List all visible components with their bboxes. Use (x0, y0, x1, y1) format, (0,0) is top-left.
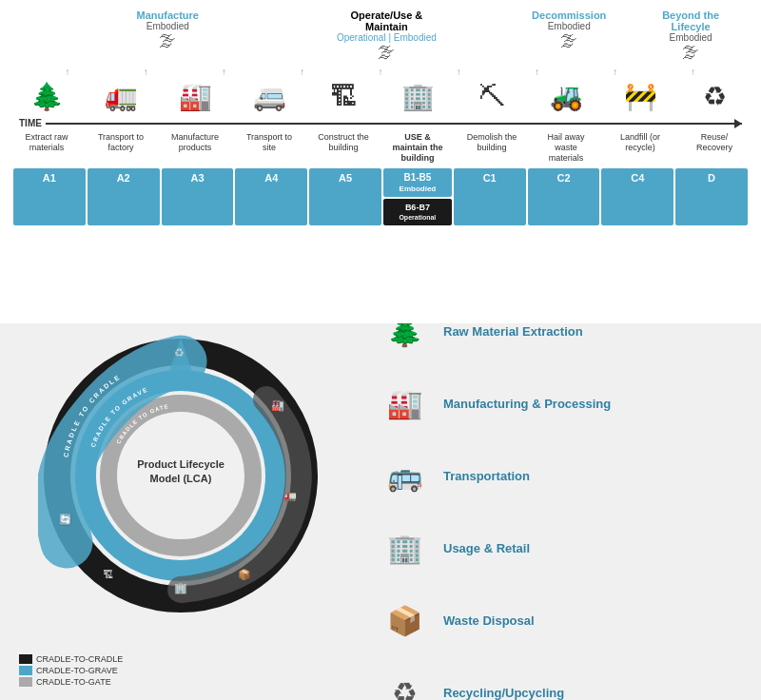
icon-truck: 🚛 (84, 81, 158, 112)
legend-label-c2g: CRADLE-TO-GRAVE (36, 666, 118, 675)
icon-bulldozer: 🚧 (603, 81, 677, 112)
phase-labels-row: Extract rawmaterials Transport tofactory… (10, 130, 751, 165)
usage-icon: 🏢 (380, 527, 428, 569)
transportation-icon: 🚌 (380, 455, 428, 496)
lca-diagram: CRADLE TO CRADLE CRADLE TO GRAVE CRADLE … (38, 333, 323, 618)
lca-legend: CRADLE-TO-CRADLE CRADLE-TO-GRAVE CRADLE-… (19, 654, 123, 689)
phase-icons-row: 🌲 🚛 🏭 🚐 🏗 🏢 ⛏ 🚜 🚧 ♻ (10, 77, 751, 116)
icon-dump: 🚜 (529, 81, 603, 112)
waste-icon: 📦 (380, 599, 428, 641)
stage-d: D (675, 168, 748, 225)
right-legend: 🌲 Raw Material Extraction 🏭 Manufacturin… (361, 333, 751, 690)
entry-transportation: 🚌 Transportation (380, 455, 742, 496)
co2-operate: Operate/Use &Maintain Operational | Embo… (325, 10, 447, 63)
co2-empty-2 (228, 10, 325, 63)
label-c2: Hail awaywastematerials (529, 132, 603, 163)
legend-black-box (19, 654, 32, 664)
svg-text:Model (LCA): Model (LCA) (150, 473, 212, 484)
usage-label: Usage & Retail (443, 541, 530, 555)
co2-manufacture: Manufacture Embodied 🌫 (107, 10, 228, 63)
icon-excavator: ⛏ (455, 81, 529, 112)
label-a1: Extract rawmaterials (10, 132, 84, 163)
svg-text:📦: 📦 (238, 568, 251, 581)
stage-a5: A5 (309, 168, 381, 225)
icon-recycle: ♻ (677, 81, 751, 112)
stage-a3: A3 (162, 168, 234, 225)
icon-tree: 🌲 (10, 81, 84, 112)
svg-text:Product Lifecycle: Product Lifecycle (137, 458, 224, 470)
svg-text:🔄: 🔄 (59, 513, 72, 526)
svg-text:🏭: 🏭 (271, 399, 284, 412)
transportation-label: Transportation (443, 469, 530, 483)
stages-row: A1 A2 A3 A4 A5 B1-B5Embodied B6-B7Operat… (10, 165, 751, 229)
stage-a4: A4 (235, 168, 307, 225)
svg-text:🏢: 🏢 (174, 581, 187, 594)
entry-usage: 🏢 Usage & Retail (380, 527, 742, 569)
icon-transport: 🚐 (232, 81, 306, 112)
legend-label-c2c: CRADLE-TO-CRADLE (36, 654, 123, 664)
co2-empty-1 (10, 10, 107, 63)
svg-text:🏗: 🏗 (103, 569, 113, 580)
time-line (46, 123, 742, 125)
label-a2: Transport tofactory (84, 132, 158, 163)
stage-c4: C4 (601, 168, 673, 225)
label-c4: Landfill (orrecycle) (603, 132, 677, 163)
stage-a2: A2 (88, 168, 160, 225)
legend-gray-box (19, 677, 32, 687)
arrows-row: ↑↑↑↑↑↑↑↑↑ (10, 67, 751, 77)
bottom-section: CRADLE TO CRADLE CRADLE TO GRAVE CRADLE … (0, 323, 761, 700)
top-section: Manufacture Embodied 🌫 Operate/Use &Main… (0, 0, 761, 323)
raw-material-label: Raw Material Extraction (443, 324, 583, 339)
co2-decommission: Decommission Embodied 🌫 (508, 10, 630, 63)
svg-text:🚛: 🚛 (283, 489, 297, 502)
label-b: USE &maintain thebuilding (380, 132, 455, 163)
stage-c1: C1 (454, 168, 526, 225)
icon-factory: 🏭 (158, 81, 232, 112)
legend-cradle-to-grave: CRADLE-TO-GRAVE (19, 666, 123, 675)
legend-label-c2gate: CRADLE-TO-GATE (36, 677, 111, 687)
entry-recycling: ♻ Recycling/Upcycling (380, 671, 742, 700)
label-a3: Manufactureproducts (158, 132, 232, 163)
icon-crane: 🏗 (306, 81, 380, 112)
stage-a1: A1 (13, 168, 86, 225)
manufacturing-label: Manufacturing & Processing (443, 397, 611, 411)
icon-building: 🏢 (380, 81, 455, 112)
waste-label: Waste Disposal (443, 613, 535, 628)
manufacturing-icon: 🏭 (380, 382, 428, 424)
label-d: Reuse/Recovery (677, 132, 751, 163)
co2-beyond: Beyond theLifecyle Embodied 🌫 (630, 10, 751, 63)
label-a4: Transport tosite (232, 132, 306, 163)
recycling-label: Recycling/Upcycling (443, 686, 564, 700)
legend-cradle-to-gate: CRADLE-TO-GATE (19, 677, 123, 687)
entry-waste: 📦 Waste Disposal (380, 599, 742, 641)
label-c1: Demolish thebuilding (455, 132, 529, 163)
stage-b: B1-B5Embodied B6-B7Operational (383, 168, 452, 225)
legend-blue-box (19, 666, 32, 675)
label-a5: Construct thebuilding (306, 132, 380, 163)
lca-container: CRADLE TO CRADLE CRADLE TO GRAVE CRADLE … (10, 333, 352, 690)
entry-manufacturing: 🏭 Manufacturing & Processing (380, 382, 742, 424)
time-arrow: TIME (10, 116, 751, 130)
recycling-icon: ♻ (380, 671, 428, 700)
stage-c2: C2 (528, 168, 600, 225)
svg-text:♻: ♻ (174, 346, 185, 360)
legend-cradle-to-cradle: CRADLE-TO-CRADLE (19, 654, 123, 664)
co2-labels-row: Manufacture Embodied 🌫 Operate/Use &Main… (10, 10, 751, 67)
co2-empty-3 (447, 10, 508, 63)
